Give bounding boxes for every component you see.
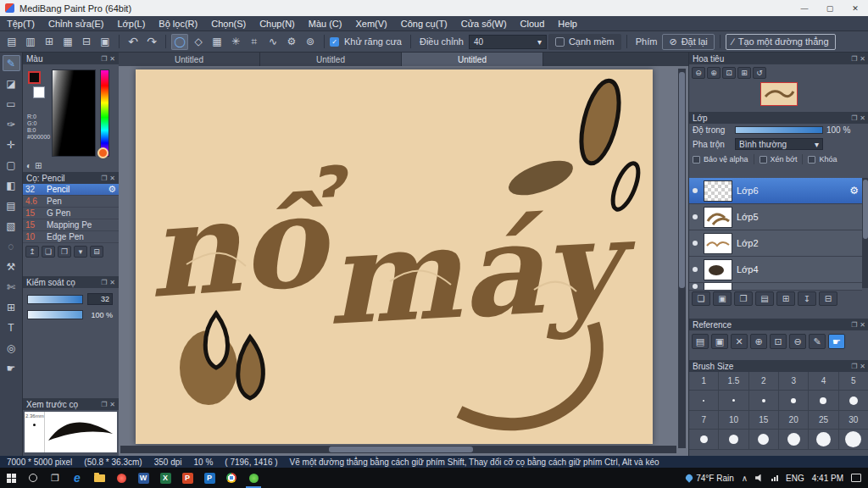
close-button[interactable]: ✕ [843,0,868,16]
merge-layer-button[interactable]: ↧ [798,291,816,306]
menu-file[interactable]: Tệp(T) [0,16,42,30]
medibang-taskbar-icon[interactable] [242,468,264,488]
antialias-checkbox[interactable]: ✓ [330,37,339,47]
panel-popout-icon[interactable]: ❐ [101,175,107,182]
brush-size-option[interactable]: 10 [719,411,748,430]
panel-popout-icon[interactable]: ❐ [851,55,857,63]
start-button[interactable] [0,468,22,488]
file-explorer-taskbar-icon[interactable] [88,468,110,488]
brush-size-dot[interactable] [749,391,779,411]
publisher-taskbar-icon[interactable]: P [198,468,220,488]
brush-item-gpen[interactable]: 15 G Pen [23,208,119,219]
panel-toggle-button[interactable]: ▤ [3,34,20,50]
maximize-button[interactable]: ▢ [817,0,843,16]
divide-tool[interactable]: ✄ [3,279,20,295]
panel-popout-icon[interactable]: ❐ [851,321,857,329]
layer-visibility-icon[interactable] [693,267,698,272]
reference-hand-button[interactable]: ☛ [828,334,845,349]
circle-tool-button[interactable]: ◯ [171,34,188,50]
brush-size-option[interactable]: 7 [689,411,719,430]
canvas-vertical-scrollbar[interactable] [678,69,686,448]
menu-edit[interactable]: Chỉnh sửa(E) [42,16,110,30]
weather-widget[interactable]: 74°F Rain [686,474,734,483]
brush-add-button[interactable]: ❏ [42,246,55,258]
brush-up-button[interactable]: ↥ [25,246,39,258]
brush-duplicate-button[interactable]: ❐ [58,246,71,258]
soft-edge-checkbox[interactable] [555,37,565,47]
grid-tool[interactable]: ⊞ [3,299,20,315]
reference-pencil-button[interactable]: ✎ [809,334,826,349]
brush-size-value[interactable]: 32 [87,293,113,305]
curve-snap-button[interactable]: ∿ [264,34,281,50]
layer-settings-icon[interactable]: ⚙ [849,185,859,197]
brush-settings-icon[interactable]: ⚙ [108,184,116,195]
brush-size-dot[interactable] [719,391,748,411]
panel-popout-icon[interactable]: ❐ [101,55,107,63]
clipping-checkbox[interactable] [760,156,767,164]
language-indicator[interactable]: ENG [786,474,804,483]
drawing-canvas[interactable]: nổ máy [136,69,653,444]
gradient-tool[interactable]: ▤ [3,197,20,214]
panel-close-icon[interactable]: ✕ [860,363,865,370]
panel-close-icon[interactable]: ✕ [109,401,115,408]
horizontal-scroll-thumb[interactable] [329,446,473,452]
zoom-fit-icon[interactable]: ⊡ [722,67,736,79]
brush-item-pen[interactable]: 4.6 Pen [23,196,119,208]
chrome-taskbar-icon[interactable] [220,468,242,488]
layer-row-lop2[interactable]: Lớp2 [689,230,862,257]
brush-size-dot[interactable] [779,430,809,450]
document-tab-1[interactable]: Untitled [119,53,260,66]
reference-open-button[interactable]: ▤ [692,334,709,349]
layer-row-lop6[interactable]: Lớp6 ⚙ [689,178,862,204]
eraser-tool[interactable]: ◪ [3,75,20,92]
panel-toggle-button[interactable]: ⊞ [41,34,58,50]
hand-tool[interactable]: ☛ [3,360,20,376]
layer-visibility-icon[interactable] [693,284,698,289]
brush-size-dot[interactable] [779,391,809,411]
menu-cloud[interactable]: Cloud [514,16,552,30]
hue-marker[interactable] [97,147,108,158]
brush-size-dot[interactable] [839,430,868,450]
panel-toggle-button[interactable]: ▥ [22,34,39,50]
layer-visibility-icon[interactable] [693,241,698,246]
brush-size-option[interactable]: 1.5 [719,372,748,391]
document-tab-2[interactable]: Untitled [260,53,402,66]
panel-toggle-button[interactable]: ▣ [97,34,114,50]
lock-checkbox[interactable] [808,156,815,164]
panel-toggle-button[interactable]: ▦ [59,34,76,50]
undo-button[interactable]: ↶ [125,34,142,50]
panel-close-icon[interactable]: ✕ [860,55,865,63]
menu-window[interactable]: Cửa sổ(W) [454,16,514,30]
panel-close-icon[interactable]: ✕ [109,175,115,182]
panel-close-icon[interactable]: ✕ [109,279,115,286]
vertical-scroll-thumb[interactable] [679,72,685,288]
color-wheel-button[interactable]: ◐ [26,161,31,170]
brush-item-mapping-pen[interactable]: 15 Mapping Pe [23,219,119,231]
add-layer-button[interactable]: ❏ [692,291,710,306]
brush-size-option[interactable]: 1 [689,372,719,391]
panel-close-icon[interactable]: ✕ [860,114,865,122]
add-folder-button[interactable]: ▣ [713,291,732,306]
blend-mode-dropdown[interactable]: Bình thường ▾ [735,138,823,150]
panel-toggle-button[interactable]: ⊟ [78,34,95,50]
brush-delete-button[interactable]: ⊟ [90,246,103,258]
layer-visibility-icon[interactable] [693,214,698,219]
radial-snap-button[interactable]: ✳ [227,34,244,50]
alpha-lock-checkbox[interactable] [693,156,700,164]
brush-size-option[interactable]: 15 [749,411,779,430]
menu-help[interactable]: Help [551,16,584,30]
brush-size-dot[interactable] [689,391,719,411]
reference-folder-button[interactable]: ▣ [711,334,728,349]
panel-close-icon[interactable]: ✕ [860,321,865,329]
edge-taskbar-icon[interactable]: e [66,468,88,488]
layer-scroll-thumb[interactable] [863,180,868,239]
reference-zoom-fit-button[interactable]: ⊡ [770,334,787,349]
move-tool[interactable]: ✛ [3,136,20,152]
brush-size-option[interactable]: 4 [809,372,838,391]
duplicate-layer-button[interactable]: ❐ [734,291,753,306]
menu-tools[interactable]: Công cụ(T) [394,16,454,30]
delete-layer-button[interactable]: ⊟ [819,291,837,306]
straight-line-button[interactable]: ∕ Tạo một đường thẳng [726,34,836,50]
zoom-actual-icon[interactable]: ⊞ [737,67,751,79]
redo-button[interactable]: ↷ [143,34,160,50]
